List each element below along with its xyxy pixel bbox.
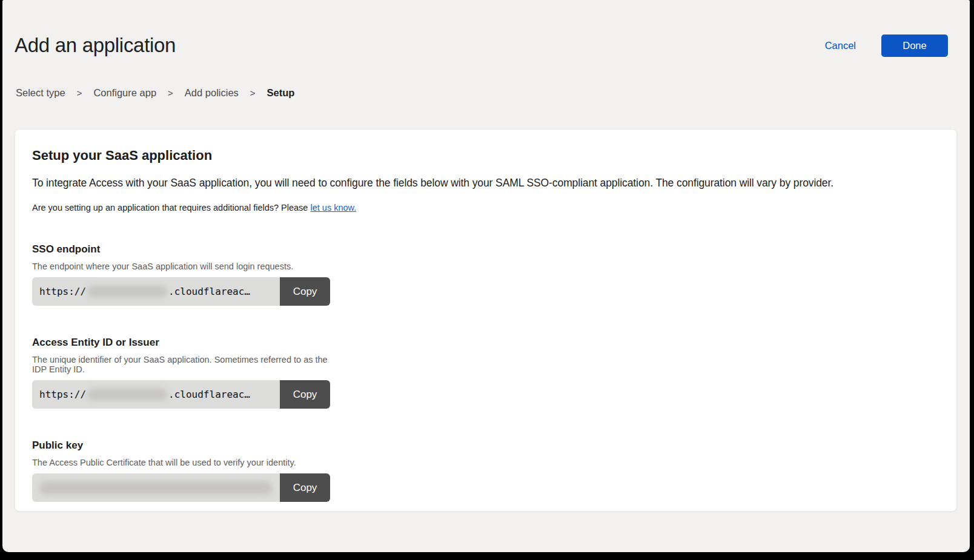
redacted-text — [87, 389, 167, 400]
breadcrumb-item-setup: Setup — [267, 87, 295, 99]
field-row: Copy — [32, 473, 330, 502]
breadcrumb-separator: > — [77, 88, 82, 98]
card-note: Are you setting up an application that r… — [32, 203, 939, 212]
field-access-entity-id: Access Entity ID or Issuer The unique id… — [32, 337, 330, 409]
field-label: Public key — [32, 440, 330, 452]
value-suffix: .cloudflareac… — [168, 286, 250, 297]
card-intro-text: To integrate Access with your SaaS appli… — [32, 177, 939, 189]
value-suffix: .cloudflareac… — [168, 389, 250, 400]
breadcrumb-item-select-type[interactable]: Select type — [16, 87, 65, 99]
value-prefix: https:// — [39, 389, 86, 400]
copy-sso-endpoint-button[interactable]: Copy — [280, 277, 330, 306]
copy-access-entity-id-button[interactable]: Copy — [280, 380, 330, 409]
redacted-text — [39, 481, 272, 495]
field-label: Access Entity ID or Issuer — [32, 337, 330, 349]
done-button[interactable]: Done — [881, 35, 948, 57]
breadcrumb: Select type > Configure app > Add polici… — [16, 87, 970, 99]
field-sso-endpoint: SSO endpoint The endpoint where your Saa… — [32, 243, 330, 306]
page-title: Add an application — [15, 34, 176, 57]
copy-public-key-button[interactable]: Copy — [280, 473, 330, 502]
value-prefix: https:// — [39, 286, 86, 297]
field-description: The endpoint where your SaaS application… — [32, 262, 330, 271]
card-note-text: Are you setting up an application that r… — [32, 203, 310, 212]
card-heading: Setup your SaaS application — [32, 148, 939, 163]
field-description: The Access Public Certificate that will … — [32, 458, 330, 467]
cancel-button[interactable]: Cancel — [825, 40, 856, 51]
field-label: SSO endpoint — [32, 243, 330, 255]
redacted-text — [87, 286, 167, 297]
page: Add an application Cancel Done Select ty… — [2, 0, 970, 552]
breadcrumb-separator: > — [250, 88, 256, 98]
field-row: https:// .cloudflareac… Copy — [32, 380, 330, 409]
field-description: The unique identifier of your SaaS appli… — [32, 355, 330, 374]
breadcrumb-separator: > — [168, 88, 173, 98]
field-row: https:// .cloudflareac… Copy — [32, 277, 330, 306]
field-public-key: Public key The Access Public Certificate… — [32, 440, 330, 502]
breadcrumb-item-configure-app[interactable]: Configure app — [93, 87, 156, 99]
sso-endpoint-value: https:// .cloudflareac… — [32, 277, 280, 306]
access-entity-id-value: https:// .cloudflareac… — [32, 380, 280, 409]
setup-card: Setup your SaaS application To integrate… — [15, 129, 957, 512]
page-header: Add an application Cancel Done — [2, 0, 970, 57]
public-key-value — [32, 473, 280, 502]
breadcrumb-item-add-policies[interactable]: Add policies — [185, 87, 239, 99]
header-actions: Cancel Done — [825, 35, 948, 57]
let-us-know-link[interactable]: let us know. — [310, 203, 356, 212]
